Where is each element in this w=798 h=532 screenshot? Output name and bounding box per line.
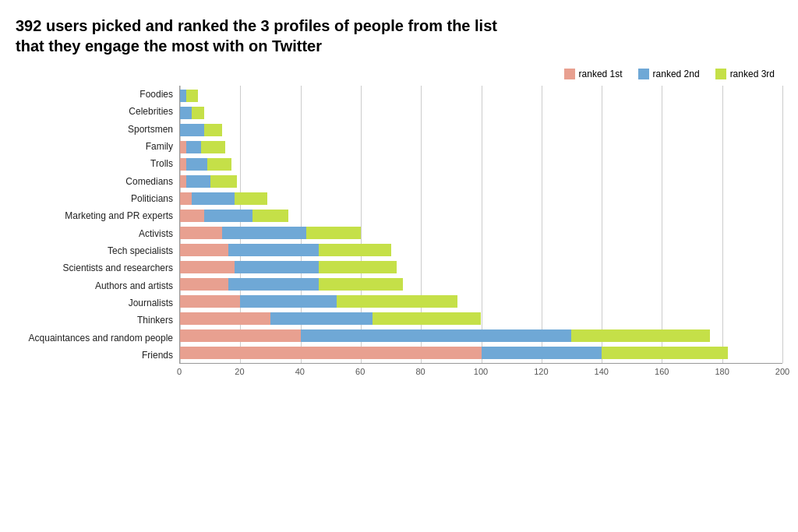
bar-row (180, 311, 782, 326)
bar-row (180, 122, 782, 138)
x-tick-label: 100 (474, 367, 488, 376)
y-label: Comedians (16, 173, 173, 190)
y-label: Family (16, 138, 173, 155)
chart-area: FoodiesCelebritiesSportsmenFamilyTrollsC… (16, 86, 782, 364)
bar-segment-r1 (180, 141, 186, 153)
legend-color-box (564, 69, 575, 79)
x-tick-label: 160 (655, 367, 669, 376)
bar-row (180, 88, 782, 104)
bar-segment-r1 (180, 261, 235, 273)
bar-row (180, 225, 782, 241)
bar-segment-r2 (270, 312, 373, 325)
bar-row (180, 157, 782, 172)
bar-segment-r3 (204, 124, 222, 136)
bar-segment-r2 (228, 244, 319, 256)
bar-segment-r3 (186, 90, 198, 102)
bar-segment-r1 (180, 227, 222, 239)
x-tick-label: 20 (235, 367, 244, 376)
bar-segment-r3 (319, 261, 397, 273)
bar-segment-r3 (192, 107, 203, 119)
bar-segment-r1 (180, 295, 240, 308)
x-tick-label: 120 (534, 367, 548, 376)
legend-color-box (715, 69, 726, 79)
bars-rows (180, 86, 782, 363)
y-axis-labels: FoodiesCelebritiesSportsmenFamilyTrollsC… (16, 86, 179, 364)
legend-label: ranked 2nd (653, 69, 700, 79)
bar-segment-r2 (186, 158, 207, 171)
y-label: Celebrities (16, 103, 173, 120)
y-label: Sportsmen (16, 121, 173, 138)
y-label: Activists (16, 225, 173, 242)
bar-segment-r3 (207, 158, 231, 171)
bar-segment-r2 (186, 175, 210, 188)
bar-segment-r3 (337, 295, 457, 308)
bar-segment-r1 (180, 192, 192, 205)
x-tick-label: 140 (595, 367, 609, 376)
bar-row (180, 259, 782, 275)
bar-segment-r1 (180, 347, 482, 359)
chart-container: ranked 1st ranked 2nd ranked 3rd Foodies… (16, 69, 782, 379)
bar-row (180, 208, 782, 224)
bar-segment-r2 (204, 210, 252, 222)
y-label: Authors and artists (16, 277, 173, 294)
bar-row (180, 191, 782, 206)
bar-segment-r3 (210, 175, 238, 188)
y-label: Scientists and researchers (16, 259, 173, 277)
bar-row (180, 277, 782, 292)
bar-segment-r3 (571, 329, 710, 342)
bar-segment-r2 (186, 141, 201, 153)
page-wrapper: 392 users picked and ranked the 3 profil… (16, 16, 782, 379)
y-label: Tech specialists (16, 242, 173, 259)
bar-row (180, 328, 782, 344)
bar-row (180, 105, 782, 121)
bar-segment-r2 (192, 192, 234, 205)
legend-item: ranked 2nd (638, 69, 700, 79)
bar-segment-r2 (240, 295, 337, 308)
legend-label: ranked 3rd (730, 69, 775, 79)
bar-segment-r3 (319, 244, 391, 256)
y-label: Thinkers (16, 312, 173, 329)
bar-segment-r2 (180, 124, 204, 136)
bar-segment-r1 (180, 175, 186, 188)
bar-segment-r2 (222, 227, 306, 239)
bar-segment-r2 (180, 107, 192, 119)
y-label: Journalists (16, 294, 173, 312)
y-label: Marketing and PR experts (16, 207, 173, 224)
x-tick-label: 80 (415, 367, 425, 376)
x-tick-label: 60 (355, 367, 365, 376)
bar-segment-r2 (228, 278, 319, 291)
legend-item: ranked 1st (564, 69, 623, 79)
bar-segment-r3 (235, 192, 268, 205)
bar-row (180, 174, 782, 189)
bars-area (179, 86, 782, 364)
bar-segment-r3 (252, 210, 288, 222)
y-label: Foodies (16, 86, 173, 103)
bar-segment-r2 (235, 261, 319, 273)
y-label: Friends (16, 347, 173, 364)
legend-item: ranked 3rd (715, 69, 775, 79)
bar-row (180, 242, 782, 258)
x-tick-label: 200 (775, 367, 789, 376)
bar-segment-r1 (180, 312, 270, 325)
bar-segment-r1 (180, 244, 228, 256)
bar-segment-r3 (319, 278, 403, 291)
bar-row (180, 139, 782, 155)
bar-segment-r1 (180, 278, 228, 291)
x-axis-labels: 020406080100120140160180200 (179, 364, 782, 379)
bar-segment-r2 (301, 329, 572, 342)
bar-segment-r3 (306, 227, 361, 239)
bar-segment-r2 (482, 347, 602, 359)
y-label: Acquaintances and random people (16, 329, 173, 347)
y-label: Trolls (16, 155, 173, 172)
x-tick-label: 0 (177, 367, 182, 376)
legend: ranked 1st ranked 2nd ranked 3rd (16, 69, 782, 79)
legend-label: ranked 1st (579, 69, 623, 79)
bar-segment-r3 (373, 312, 481, 325)
bar-segment-r1 (180, 158, 186, 171)
y-label: Politicians (16, 190, 173, 207)
bar-segment-r1 (180, 210, 204, 222)
bar-segment-r2 (180, 90, 186, 102)
bar-segment-r1 (180, 329, 301, 342)
bar-segment-r3 (201, 141, 225, 153)
bar-segment-r3 (602, 347, 728, 359)
